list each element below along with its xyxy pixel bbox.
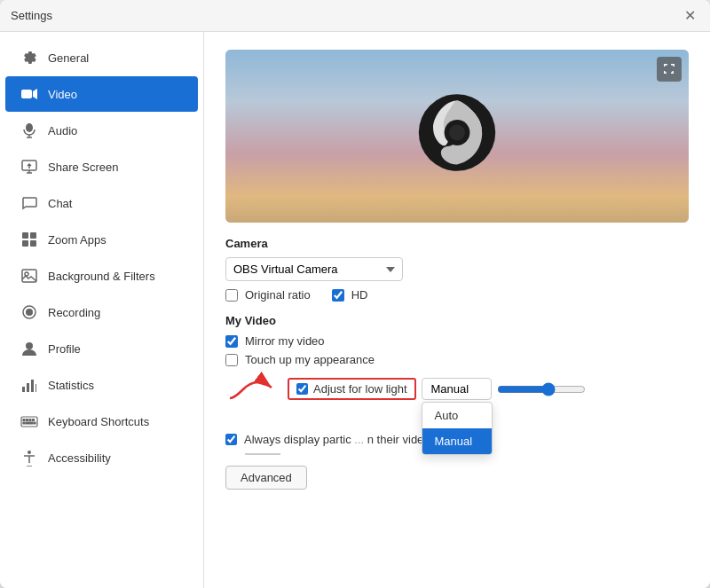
sidebar-label-zoom-apps: Zoom Apps — [48, 233, 106, 247]
keyboard-icon — [20, 412, 39, 431]
brightness-slider-container — [497, 382, 586, 396]
sidebar-label-profile: Profile — [48, 342, 81, 356]
arrow-container — [225, 372, 279, 406]
chat-icon — [20, 193, 39, 213]
sidebar-item-keyboard-shortcuts[interactable]: Keyboard Shortcuts — [5, 404, 198, 439]
camera-preview — [225, 50, 689, 223]
dropdown-option-manual[interactable]: Manual — [422, 428, 492, 454]
svg-point-15 — [26, 309, 33, 316]
sidebar-item-zoom-apps[interactable]: Zoom Apps — [5, 222, 198, 257]
my-video-title: My Video — [225, 314, 689, 327]
svg-marker-1 — [33, 89, 37, 99]
audio-icon — [20, 121, 39, 140]
sidebar-item-share-screen[interactable]: Share Screen — [5, 149, 198, 184]
svg-rect-9 — [30, 232, 36, 239]
sidebar: General Video — [0, 32, 204, 588]
svg-rect-19 — [31, 380, 34, 392]
mirror-label: Mirror my video — [245, 334, 325, 348]
mirror-row: Mirror my video — [225, 334, 689, 348]
sidebar-item-audio[interactable]: Audio — [5, 113, 198, 148]
sidebar-label-share-screen: Share Screen — [48, 161, 119, 174]
obs-logo — [417, 92, 497, 172]
svg-rect-23 — [27, 419, 28, 421]
svg-point-32 — [449, 124, 465, 140]
sidebar-label-general: General — [48, 51, 89, 65]
video-icon — [20, 84, 39, 104]
camera-dropdown-row: OBS Virtual Camera FaceTime Camera None — [225, 257, 689, 281]
low-light-checkbox[interactable] — [296, 383, 308, 395]
sidebar-item-video[interactable]: Video — [5, 76, 198, 112]
sidebar-label-keyboard-shortcuts: Keyboard Shortcuts — [48, 415, 149, 428]
svg-rect-24 — [29, 419, 31, 421]
svg-rect-27 — [26, 422, 33, 424]
camera-select[interactable]: OBS Virtual Camera FaceTime Camera None — [225, 257, 403, 281]
sidebar-label-background: Background & Filters — [48, 270, 155, 283]
always-display-label: Always display partic ... n their video — [244, 433, 430, 446]
original-ratio-checkbox[interactable] — [225, 289, 238, 302]
svg-rect-0 — [21, 90, 32, 98]
advanced-button[interactable]: Advanced — [225, 466, 307, 490]
svg-point-29 — [28, 451, 31, 454]
low-light-label: Adjust for low light — [313, 382, 407, 396]
sidebar-item-profile[interactable]: Profile — [5, 331, 198, 366]
svg-point-2 — [26, 123, 33, 132]
recording-icon — [20, 302, 39, 322]
profile-icon — [20, 339, 39, 358]
titlebar: Settings ✕ — [0, 0, 710, 32]
svg-rect-17 — [22, 387, 25, 392]
close-button[interactable]: ✕ — [681, 7, 699, 25]
preview-expand-button[interactable] — [657, 57, 682, 82]
svg-rect-22 — [23, 419, 25, 421]
adjust-low-light-container: Adjust for low light Auto Manual Auto Ma… — [225, 372, 689, 406]
hd-checkbox[interactable] — [332, 289, 344, 302]
sidebar-item-recording[interactable]: Recording — [5, 294, 198, 330]
always-display-checkbox[interactable] — [225, 434, 237, 445]
original-ratio-label: Original ratio — [245, 288, 311, 302]
sidebar-label-accessibility: Accessibility — [48, 451, 111, 465]
svg-rect-28 — [34, 422, 36, 424]
settings-window: Settings ✕ General — [0, 0, 710, 588]
mirror-checkbox[interactable] — [225, 335, 238, 348]
sidebar-label-statistics: Statistics — [48, 379, 94, 392]
svg-rect-18 — [27, 383, 29, 392]
dropdown-option-auto[interactable]: Auto — [422, 403, 492, 428]
sidebar-label-audio: Audio — [48, 124, 77, 137]
statistics-icon — [20, 375, 39, 395]
brightness-slider[interactable] — [497, 382, 586, 396]
svg-rect-10 — [22, 240, 28, 247]
sidebar-item-general[interactable]: General — [5, 40, 198, 75]
main-content: General Video — [0, 32, 710, 588]
sidebar-item-accessibility[interactable]: Accessibility — [5, 440, 198, 475]
window-title: Settings — [11, 9, 52, 22]
accessibility-icon — [20, 448, 39, 467]
sidebar-label-recording: Recording — [48, 306, 100, 319]
svg-rect-20 — [36, 384, 36, 392]
low-light-highlight-box: Adjust for low light — [288, 378, 416, 400]
gear-icon — [20, 48, 39, 67]
main-panel: Camera OBS Virtual Camera FaceTime Camer… — [204, 32, 710, 588]
touch-up-checkbox[interactable] — [225, 354, 238, 366]
sidebar-item-chat[interactable]: Chat — [5, 185, 198, 221]
touch-up-row: Touch up my appearance — [225, 353, 689, 366]
hd-label: HD — [351, 288, 368, 302]
svg-rect-26 — [23, 422, 25, 424]
svg-rect-25 — [33, 419, 35, 421]
share-screen-icon — [20, 157, 39, 176]
zoom-apps-icon — [20, 230, 39, 249]
manual-dropdown[interactable]: Auto Manual — [422, 378, 492, 400]
background-icon — [20, 266, 39, 286]
dropdown-menu: Auto Manual — [422, 402, 493, 455]
manual-dropdown-container: Auto Manual Auto Manual — [422, 378, 492, 400]
original-ratio-row: Original ratio HD — [225, 288, 689, 302]
my-video-section: My Video Mirror my video Touch up my app… — [225, 314, 689, 490]
svg-rect-11 — [30, 240, 36, 247]
svg-rect-8 — [22, 232, 28, 239]
sidebar-label-video: Video — [48, 88, 77, 101]
svg-point-16 — [26, 342, 33, 349]
red-arrow-icon — [225, 372, 279, 404]
touch-up-label: Touch up my appearance — [245, 353, 375, 366]
sidebar-item-background[interactable]: Background & Filters — [5, 258, 198, 294]
sidebar-item-statistics[interactable]: Statistics — [5, 367, 198, 403]
sidebar-label-chat: Chat — [48, 197, 72, 210]
camera-section-title: Camera — [225, 237, 689, 250]
